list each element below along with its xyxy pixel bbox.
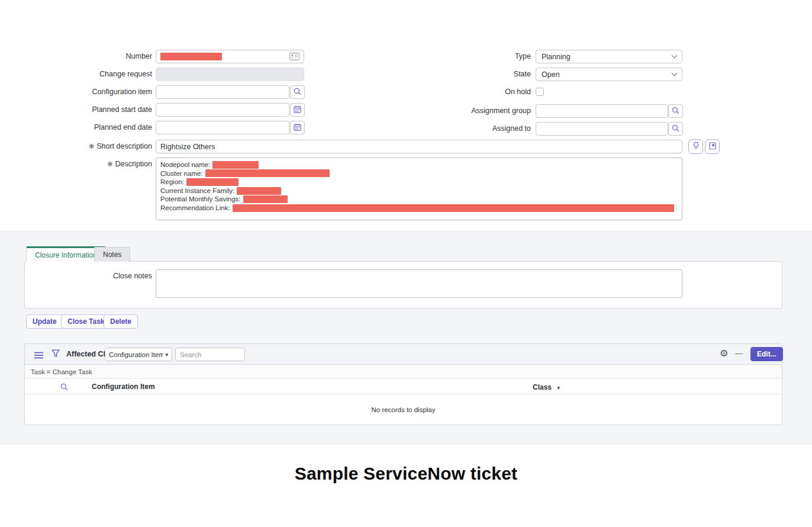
caption: Sample ServiceNow ticket — [0, 464, 812, 484]
tab-notes[interactable]: Notes — [94, 247, 130, 262]
redacted-text — [186, 178, 239, 186]
column-header-configuration-item[interactable]: Configuration Item — [92, 379, 155, 394]
chevron-down-icon — [672, 70, 678, 76]
suggestion-button[interactable] — [688, 139, 703, 154]
search-icon — [672, 124, 679, 134]
description-line-label: Current Instance Family: — [160, 187, 234, 195]
search-icon — [60, 383, 68, 393]
description-field[interactable]: Nodepool name:Cluster name:Region:Curren… — [156, 158, 682, 220]
redacted-text — [205, 169, 330, 177]
required-marker: ✻ — [107, 160, 112, 168]
description-line-label: Recommendation Link: — [160, 204, 230, 213]
sort-caret-icon: ▾ — [557, 385, 560, 391]
description-line-label: Potential Monthly Savings: — [160, 195, 241, 204]
list-empty-row: No records to display — [25, 394, 782, 425]
description-line: Nodepool name: — [160, 160, 678, 169]
search-icon — [672, 106, 679, 117]
edit-button[interactable]: Edit... — [750, 347, 783, 361]
description-line-label: Nodepool name: — [160, 160, 210, 169]
description-line-label: Region: — [160, 178, 184, 187]
breadcrumb[interactable]: Task = Change Task — [31, 365, 92, 379]
on-hold-checkbox[interactable] — [536, 88, 544, 96]
knowledge-button[interactable] — [705, 139, 720, 154]
short-description-input[interactable] — [156, 140, 682, 153]
state-select[interactable]: Open — [536, 68, 682, 81]
description-line-label: Cluster name: — [160, 169, 203, 178]
update-button[interactable]: Update — [26, 314, 63, 329]
state-label: State — [0, 68, 531, 81]
column-search-button[interactable] — [60, 383, 68, 393]
type-select[interactable]: Planning — [536, 50, 682, 63]
list-column-header-row: Configuration Item Class ▾ — [25, 379, 782, 394]
redacted-text — [237, 187, 281, 195]
funnel-icon — [51, 349, 60, 359]
close-notes-label: Close notes — [0, 269, 152, 283]
type-select-value: Planning — [542, 53, 571, 61]
on-hold-label: On hold — [0, 85, 531, 99]
list-field-selector[interactable]: Configuration Item ( ▾ — [105, 348, 172, 361]
description-line: Current Instance Family: — [160, 187, 678, 195]
list-filter-button[interactable] — [51, 349, 60, 360]
close-notes-textarea[interactable] — [156, 269, 682, 298]
assignment-group-lookup-button[interactable] — [668, 104, 683, 118]
redacted-text — [233, 204, 674, 212]
book-icon — [709, 142, 716, 152]
description-line: Potential Monthly Savings: — [160, 195, 678, 204]
assignment-group-input[interactable] — [536, 104, 668, 118]
description-line: Cluster name: — [160, 169, 678, 178]
list-field-selector-value: Configuration Item ( — [109, 351, 163, 358]
assignment-group-label: Assignment group — [0, 104, 531, 118]
empty-message: No records to display — [371, 406, 435, 413]
caret-down-icon: ▾ — [165, 352, 168, 358]
lightbulb-icon — [692, 142, 700, 152]
description-line: Region: — [160, 178, 678, 187]
redacted-text — [212, 161, 259, 169]
list-search-input[interactable] — [175, 348, 245, 361]
tab-label: Closure Information — [35, 251, 97, 259]
chevron-down-icon — [672, 53, 678, 59]
required-marker: ✻ — [89, 143, 94, 150]
list-breadcrumb-row: Task = Change Task — [25, 365, 782, 379]
delete-button[interactable]: Delete — [104, 314, 138, 329]
state-select-value: Open — [542, 70, 560, 79]
short-description-label: ✻Short description — [0, 140, 152, 153]
servicenow-ticket-page: Number Change request Configuration item… — [0, 0, 812, 527]
assigned-to-lookup-button[interactable] — [668, 122, 683, 136]
description-line: Recommendation Link: — [160, 204, 678, 213]
description-label: ✻Description — [0, 158, 152, 171]
description-content: Nodepool name:Cluster name:Region:Curren… — [160, 160, 678, 213]
hamburger-icon — [34, 351, 43, 361]
gear-icon[interactable]: ⚙ — [720, 349, 728, 358]
column-header-class[interactable]: Class ▾ — [533, 379, 560, 396]
list-menu-button[interactable] — [34, 351, 43, 361]
assigned-to-label: Assigned to — [0, 122, 531, 136]
assigned-to-input[interactable] — [536, 122, 668, 136]
tab-label: Notes — [103, 250, 121, 259]
type-label: Type — [0, 50, 531, 63]
minimize-list-button[interactable]: — — [735, 349, 743, 358]
related-list-title: Affected CIs — [66, 343, 109, 365]
redacted-text — [243, 195, 288, 203]
